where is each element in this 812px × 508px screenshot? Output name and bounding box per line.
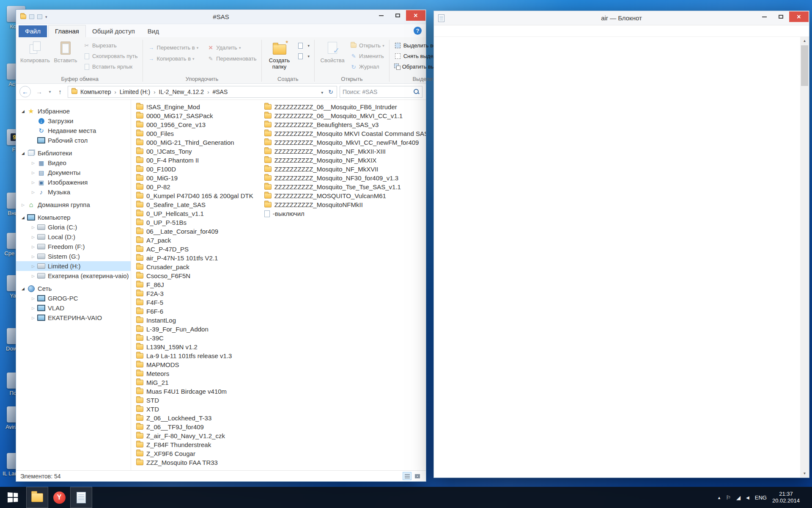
nav-item[interactable]: Документы <box>16 168 131 177</box>
edit-button[interactable]: Изменить <box>348 51 387 61</box>
file-item[interactable]: L-39_For_Fun_Addon <box>136 325 264 334</box>
qat-dropdown-icon[interactable]: ▾ <box>45 15 47 19</box>
expander-icon[interactable] <box>30 235 37 239</box>
nav-item[interactable]: Загрузки <box>16 116 131 126</box>
cut-button[interactable]: Вырезать <box>81 40 140 51</box>
file-item[interactable]: ZZZZZZZZZZ_Mosquito MKVI Coastal Command… <box>264 129 426 138</box>
nav-item[interactable]: VLAD <box>16 303 131 313</box>
file-item[interactable]: ZZZZZZZZZZ_Mosquito_NF30_for409_v1.3 <box>264 174 426 182</box>
volume-icon[interactable] <box>746 495 749 500</box>
scrollbar-up-icon[interactable]: ▲ <box>800 37 809 45</box>
tab-home[interactable]: Главная <box>48 25 86 37</box>
nav-item[interactable]: GROG-PC <box>16 293 131 303</box>
file-item[interactable]: 0000_MiG17_SASPack <box>136 111 264 120</box>
file-item[interactable]: Z_06__Lockheed_T-33 <box>136 414 264 422</box>
file-item[interactable]: InstantLog <box>136 316 264 325</box>
file-item[interactable]: AC_P-47D_PS <box>136 245 264 254</box>
file-item[interactable]: 000_1956_Core_v13 <box>136 120 264 129</box>
file-item[interactable]: Z_XF9F6 Cougar <box>136 449 264 458</box>
expander-icon[interactable] <box>30 254 37 259</box>
file-item[interactable]: ZZZ_Mosquito FAA TR33 <box>136 458 264 467</box>
file-item[interactable]: Meteors <box>136 369 264 378</box>
nav-item[interactable]: Недавние места <box>16 126 131 135</box>
file-item[interactable]: Muas F4U1 Birdcage v410m <box>136 387 264 396</box>
expander-icon[interactable] <box>30 245 37 249</box>
expander-icon[interactable] <box>30 296 37 301</box>
nav-item[interactable]: Рабочий стол <box>16 135 131 145</box>
file-item[interactable]: XTD <box>136 405 264 414</box>
notepad-maximize-button[interactable] <box>773 11 789 22</box>
tray-clock[interactable]: 21:37 20.02.2014 <box>772 491 800 504</box>
nav-item[interactable]: Freedom (F:) <box>16 242 131 251</box>
nav-item[interactable]: ЕКАТЕРИНА-VAIO <box>16 313 131 323</box>
open-button[interactable]: Открыть <box>348 40 387 51</box>
nav-item[interactable]: Gloria (C:) <box>16 222 131 232</box>
nav-item[interactable]: Екатерина (екатерина-vaio) <box>16 271 131 281</box>
tray-expand-icon[interactable] <box>718 495 721 500</box>
file-item[interactable]: ZZZZZZZZZZ_Mosquito_MkVI_CC_newFM_for409 <box>264 138 426 147</box>
file-item[interactable]: -выключил <box>264 209 426 218</box>
file-item[interactable]: ZZZZZZZZZZ_Mosquito_Tse_Tse_SAS_v1.1 <box>264 182 426 191</box>
expander-icon[interactable] <box>30 316 37 320</box>
expander-icon[interactable] <box>30 190 37 194</box>
breadcrumb-segment[interactable]: Компьютер <box>80 88 120 95</box>
file-item[interactable]: Csocso_F6F5N <box>136 271 264 280</box>
file-item[interactable]: MAPMODS <box>136 360 264 369</box>
address-bar[interactable]: КомпьютерLimited (H:)IL-2_New_4.12.2#SAS <box>68 86 337 98</box>
qat-new-folder-icon[interactable] <box>37 14 42 19</box>
file-item[interactable]: ZZZZZZZZZZ_Mosquito_NF_MkXVII <box>264 165 426 174</box>
nav-item[interactable]: Избранное <box>16 106 131 116</box>
file-item[interactable]: STD <box>136 396 264 405</box>
refresh-icon[interactable] <box>328 88 333 96</box>
paste-button[interactable]: Вставить <box>50 38 81 64</box>
file-item[interactable]: ZZZZZZZZZZ_Mosquito_NF_MkXIX <box>264 156 426 165</box>
new-item-button[interactable] <box>295 40 312 51</box>
new-folder-button[interactable]: Создать папку <box>264 38 295 70</box>
menu-item[interactable] <box>436 30 444 32</box>
nav-item[interactable]: Библиотеки <box>16 148 131 158</box>
file-item[interactable]: ZZZZZZZZZZ_MosquitoNFMkII <box>264 200 426 209</box>
search-icon[interactable] <box>413 88 420 95</box>
forward-button[interactable]: → <box>33 86 45 97</box>
nav-item[interactable]: Домашняя группа <box>16 200 131 210</box>
file-item[interactable]: !SAS_Engine_Mod <box>136 102 264 111</box>
copy-path-button[interactable]: Скопировать путь <box>81 51 140 61</box>
address-dropdown-icon[interactable] <box>321 88 323 96</box>
file-item[interactable]: 00_MiG-19 <box>136 174 264 182</box>
notepad-close-button[interactable]: × <box>789 11 809 22</box>
file-item[interactable]: 0_Seafire_Late_SAS <box>136 200 264 209</box>
file-item[interactable]: L139N_159N v1.2 <box>136 342 264 351</box>
expander-icon[interactable] <box>19 203 27 207</box>
file-item[interactable]: 00_F100D <box>136 165 264 174</box>
expander-icon[interactable] <box>30 171 37 175</box>
rename-button[interactable]: Переименовать <box>205 53 258 64</box>
file-item[interactable]: A7_pack <box>136 236 264 245</box>
easy-access-button[interactable] <box>295 51 312 61</box>
file-item[interactable]: Z_06__TF9J_for409 <box>136 422 264 431</box>
tab-view[interactable]: Вид <box>141 25 165 37</box>
explorer-maximize-button[interactable] <box>390 10 406 21</box>
nav-item[interactable]: Изображения <box>16 177 131 187</box>
file-item[interactable]: F_86J <box>136 280 264 289</box>
expander-icon[interactable] <box>30 306 37 310</box>
nav-item[interactable]: Сеть <box>16 284 131 293</box>
expander-icon[interactable] <box>30 180 37 185</box>
copy-to-button[interactable]: Копировать в <box>145 53 201 64</box>
properties-button[interactable]: Свойства <box>317 38 348 64</box>
history-button[interactable]: Журнал <box>348 61 387 72</box>
tab-share[interactable]: Общий доступ <box>86 25 141 37</box>
file-item[interactable]: 000_Files <box>136 129 264 138</box>
nav-item[interactable]: Local (D:) <box>16 232 131 242</box>
taskbar-explorer-button[interactable] <box>26 487 48 508</box>
file-item[interactable]: ZZZZZZZZZZ_06__Mosquito_FB6_Intruder <box>264 102 426 111</box>
file-item[interactable]: Crusader_pack <box>136 262 264 271</box>
file-item[interactable]: ZZZZZZZZZZ_MOSQUITO_VulcanM61 <box>264 191 426 200</box>
language-indicator[interactable]: ENG <box>755 494 767 501</box>
details-view-button[interactable] <box>403 472 411 480</box>
expander-icon[interactable] <box>30 264 37 268</box>
tab-file[interactable]: Файл <box>19 25 47 37</box>
menu-item[interactable] <box>444 30 452 32</box>
file-item[interactable]: 00_F-4 Phantom II <box>136 156 264 165</box>
file-item[interactable]: La-9 La-11 101tfs release v1.3 <box>136 351 264 360</box>
scrollbar-thumb[interactable] <box>801 45 808 86</box>
